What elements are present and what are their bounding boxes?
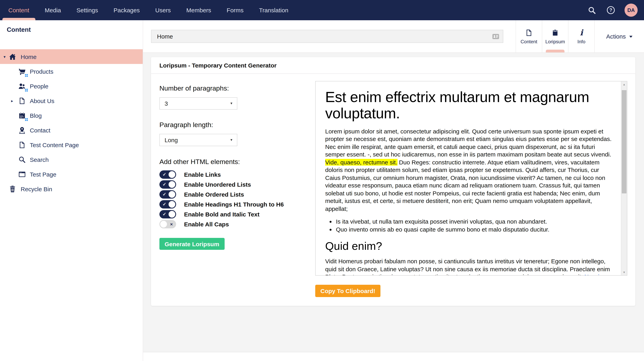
panel-title: Loripsum - Temporary Content Generator: [151, 57, 635, 74]
clipboard-icon: [552, 28, 559, 37]
tab-loripsum[interactable]: Loripsum: [542, 20, 568, 52]
cart-icon: [18, 67, 26, 75]
toggle-switch[interactable]: ✓✕: [160, 200, 176, 209]
document-icon: [18, 97, 26, 104]
content-name-field[interactable]: Home: [151, 30, 503, 43]
tree-item-test-content-page[interactable]: Test Content Page: [0, 137, 143, 152]
tree-item-label: Search: [30, 156, 49, 163]
toggle-label: Enable Bold and Italic Text: [184, 211, 260, 218]
tree-item-contact[interactable]: Contact: [0, 123, 143, 137]
actions-dropdown[interactable]: Actions: [594, 20, 644, 52]
paragraph-count-select[interactable]: 3 ▼: [160, 97, 237, 110]
tree-item-test-page[interactable]: Test Page: [0, 167, 143, 181]
paragraph-text: Duo Reges: constructio interrete. Atque …: [325, 159, 605, 212]
tree-item-recycle-bin[interactable]: Recycle Bin: [0, 181, 143, 196]
tab-label: Content: [520, 39, 537, 44]
toggle-switch[interactable]: ✓✕: [160, 190, 176, 199]
generated-paragraph: Vidit Homerus probari fabulam non posse,…: [325, 258, 613, 275]
nav-label: Settings: [76, 7, 98, 13]
toggle-knob: [168, 201, 175, 208]
tree-item-people[interactable]: People: [0, 79, 143, 93]
toggle-knob: [168, 171, 175, 178]
generated-h1: Est enim effectrix multarum et magnarum …: [325, 89, 604, 122]
preview-scrollbar[interactable]: ▲ ▼: [621, 81, 627, 275]
tree-item-label: About Us: [30, 97, 54, 104]
nav-section-members[interactable]: Members: [186, 0, 211, 20]
paragraph-length-select[interactable]: Long ▼: [160, 134, 237, 146]
toggle-knob: [168, 191, 175, 198]
nav-section-forms[interactable]: Forms: [226, 0, 244, 20]
calendar-icon: [18, 112, 26, 119]
tree-item-home[interactable]: ▾ Home: [0, 49, 143, 64]
toggle-enable-all-caps[interactable]: ✓✕ Enable All Caps: [160, 220, 284, 228]
select-value: Long: [164, 137, 178, 143]
toggle-knob: [168, 181, 175, 188]
search-icon: [18, 156, 26, 163]
generate-loripsum-button[interactable]: Generate Loripsum: [160, 238, 224, 250]
chevron-down-icon[interactable]: ▾: [4, 54, 6, 59]
copy-to-clipboard-button[interactable]: Copy To Clipboard!: [315, 285, 380, 297]
nav-section-settings[interactable]: Settings: [76, 0, 98, 20]
document-type-dots: [25, 118, 28, 121]
help-icon[interactable]: ?: [606, 5, 616, 15]
tab-label: Info: [578, 39, 585, 44]
tree-item-label: Blog: [30, 112, 42, 119]
nav-section-users[interactable]: Users: [155, 0, 171, 20]
toggle-enable-ordered-lists[interactable]: ✓✕ Enable Ordered Lists: [160, 190, 284, 199]
html-element-toggles: ✓✕ Enable Links ✓✕ Enable Unordered List…: [160, 170, 284, 230]
check-icon: ✓: [160, 192, 166, 197]
content-app-tabs: Content Loripsum i Info: [516, 20, 594, 52]
toggle-label: Enable All Caps: [184, 221, 229, 228]
toggle-enable-unordered-lists[interactable]: ✓✕ Enable Unordered Lists: [160, 180, 284, 189]
scroll-up-arrow[interactable]: ▲: [621, 83, 627, 86]
nav-section-content[interactable]: Content: [8, 0, 29, 20]
select-value: 3: [164, 100, 168, 107]
toggle-label: Enable Ordered Lists: [184, 191, 244, 198]
toggle-enable-bold-italic[interactable]: ✓✕ Enable Bold and Italic Text: [160, 210, 284, 218]
toggle-label: Enable Links: [184, 171, 221, 178]
toggle-switch[interactable]: ✓✕: [160, 220, 176, 228]
nav-label: Media: [45, 7, 61, 13]
toggle-switch[interactable]: ✓✕: [160, 210, 176, 218]
tree-item-about-us[interactable]: ▸ About Us: [0, 93, 143, 108]
tree-item-blog[interactable]: Blog: [0, 108, 143, 123]
scroll-down-arrow[interactable]: ▼: [621, 271, 627, 274]
toggle-enable-links[interactable]: ✓✕ Enable Links: [160, 170, 284, 179]
vcard-icon[interactable]: [492, 32, 500, 40]
user-avatar[interactable]: DA: [624, 3, 638, 17]
chevron-right-icon[interactable]: ▸: [11, 98, 13, 103]
scrollbar-thumb[interactable]: [622, 90, 626, 193]
svg-text:?: ?: [609, 7, 612, 13]
chevron-down-icon: ▼: [230, 138, 233, 142]
list-item: Quo invento omnis ab eo quasi capite de …: [336, 226, 613, 233]
search-icon[interactable]: [587, 5, 597, 15]
tab-content[interactable]: Content: [516, 20, 542, 52]
avatar-initials: DA: [627, 7, 635, 13]
toggle-enable-headings[interactable]: ✓✕ Enable Headings H1 Through to H6: [160, 200, 284, 209]
content-tree-sidebar: Content ▾ Home Products: [0, 20, 143, 361]
nav-section-packages[interactable]: Packages: [114, 0, 140, 20]
check-icon: ✓: [160, 172, 166, 177]
nav-label: Forms: [226, 7, 244, 13]
active-tab-underline: [546, 50, 564, 52]
map-pin-icon: [18, 126, 26, 134]
paragraph-text: Lorem ipsum dolor sit amet, consectetur …: [325, 128, 612, 158]
chevron-down-icon: ▼: [230, 102, 233, 105]
document-icon: [525, 28, 533, 37]
document-type-dots: [25, 74, 28, 77]
document-icon: [18, 141, 26, 149]
tab-info[interactable]: i Info: [568, 20, 594, 52]
tree-item-products[interactable]: Products: [0, 64, 143, 79]
list-item: Is ita vivebat, ut nulla tam exquisita p…: [336, 218, 613, 226]
tree-item-search[interactable]: Search: [0, 152, 143, 167]
toggle-switch[interactable]: ✓✕: [160, 170, 176, 179]
check-icon: ✓: [160, 202, 166, 207]
toggle-switch[interactable]: ✓✕: [160, 180, 176, 189]
nav-section-translation[interactable]: Translation: [259, 0, 288, 20]
nav-section-media[interactable]: Media: [45, 0, 61, 20]
document-type-dots: [25, 88, 28, 91]
nav-label: Users: [155, 7, 171, 13]
html-elements-label: Add other HTML elements:: [160, 158, 240, 166]
tree-item-label: Contact: [30, 127, 50, 133]
people-icon: [18, 82, 26, 90]
